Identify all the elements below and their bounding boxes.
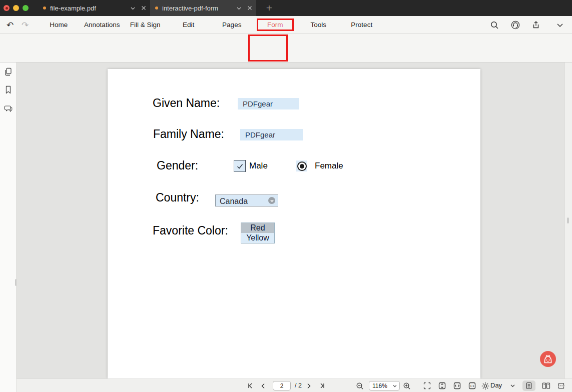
continuous-scroll-view-button[interactable]	[554, 380, 567, 391]
male-checkbox[interactable]	[234, 160, 246, 172]
female-label: Female	[315, 161, 343, 171]
fit-width-icon[interactable]	[452, 381, 462, 390]
tab-close-icon[interactable]	[139, 4, 148, 12]
page-number-input[interactable]	[273, 381, 291, 390]
page-total-label: / 2	[295, 382, 302, 389]
left-sidebar	[0, 62, 17, 392]
tab-title: interactive-pdf-form	[162, 4, 234, 12]
right-panel-strip	[564, 62, 572, 378]
menu-item-home[interactable]: Home	[37, 16, 81, 34]
theme-chevron-icon[interactable]	[507, 381, 517, 390]
support-headset-icon[interactable]	[510, 20, 521, 30]
menu-item-protect[interactable]: Protect	[340, 16, 384, 34]
svg-text:1:1: 1:1	[470, 384, 474, 388]
menu-items: Home Annotations Fill & Sign Edit Pages …	[37, 16, 383, 34]
tab-file-example[interactable]: file-example.pdf	[38, 0, 150, 16]
day-theme-sun-icon[interactable]	[480, 381, 490, 390]
zoom-in-icon[interactable]	[402, 381, 412, 390]
ai-robot-assistant-icon[interactable]	[540, 351, 556, 367]
red-highlight-box	[248, 34, 288, 62]
two-page-view-button[interactable]	[539, 380, 552, 391]
family-name-field[interactable]: PDFgear	[240, 129, 303, 140]
bookmarks-icon[interactable]	[4, 85, 13, 94]
actual-size-icon[interactable]: 1:1	[467, 381, 477, 390]
previous-page-button[interactable]	[258, 381, 268, 390]
menu-item-edit[interactable]: Edit	[167, 16, 211, 34]
menu-item-annotations[interactable]: Annotations	[81, 16, 124, 34]
menu-item-tools[interactable]: Tools	[297, 16, 340, 34]
collapse-toolbar-chevron-icon[interactable]	[554, 20, 565, 30]
title-bar: file-example.pdf interactive-pdf-form +	[0, 0, 572, 16]
document-area: Given Name: PDFgear Family Name: PDFgear…	[17, 62, 572, 378]
menu-item-form[interactable]: Form	[254, 16, 297, 34]
right-panel-resize-handle[interactable]	[567, 218, 569, 224]
new-tab-button[interactable]: +	[262, 0, 276, 16]
country-dropdown[interactable]: Canada	[215, 194, 278, 206]
female-radio[interactable]	[296, 160, 307, 172]
fit-page-icon[interactable]	[422, 381, 432, 390]
family-name-label: Family Name:	[153, 128, 224, 141]
dropdown-chevron-icon	[268, 197, 275, 204]
redo-icon[interactable]: ↷	[20, 20, 30, 30]
male-label: Male	[249, 161, 268, 171]
zoom-level-select[interactable]: 116%	[369, 381, 400, 390]
tab-title: file-example.pdf	[50, 4, 128, 12]
tab-chevron-down-icon[interactable]	[234, 4, 243, 12]
share-icon[interactable]	[530, 20, 541, 30]
search-icon[interactable]	[489, 20, 500, 30]
zoom-out-icon[interactable]	[355, 381, 365, 390]
tab-close-icon[interactable]	[245, 4, 254, 12]
radio-ring	[297, 162, 307, 171]
form-toolbar: Select Hand TI Text Field Check Box Radi…	[0, 34, 572, 62]
zoom-window-button[interactable]	[23, 5, 29, 11]
listbox-option-yellow[interactable]: Yellow	[241, 233, 274, 243]
menu-bar: ↶ ↷ Home Annotations Fill & Sign Edit Pa…	[0, 16, 572, 34]
pdf-page: Given Name: PDFgear Family Name: PDFgear…	[108, 69, 480, 378]
given-name-label: Given Name:	[153, 96, 220, 110]
undo-icon[interactable]: ↶	[5, 20, 15, 30]
tab-chevron-down-icon[interactable]	[128, 4, 137, 12]
last-page-button[interactable]	[317, 381, 327, 390]
zoom-level-value: 116%	[369, 382, 392, 390]
menu-item-fill-sign[interactable]: Fill & Sign	[124, 16, 167, 34]
favorite-color-label: Favorite Color:	[153, 224, 228, 238]
minimize-window-button[interactable]	[13, 5, 19, 11]
fit-height-icon[interactable]	[437, 381, 447, 390]
close-window-button[interactable]	[4, 5, 10, 11]
check-mark-icon	[236, 162, 244, 170]
favorite-color-listbox[interactable]: Red Yellow	[241, 222, 275, 244]
single-page-view-button[interactable]	[522, 380, 535, 391]
chevron-down-icon	[392, 384, 397, 388]
status-bar: / 2 116% 1:1	[17, 378, 572, 392]
given-name-field[interactable]: PDFgear	[238, 98, 299, 110]
menu-item-pages[interactable]: Pages	[210, 16, 254, 34]
next-page-button[interactable]	[304, 381, 314, 390]
tab-interactive-pdf-form[interactable]: interactive-pdf-form	[150, 0, 256, 16]
comments-icon[interactable]	[4, 104, 13, 113]
gender-label: Gender:	[157, 159, 198, 172]
country-label: Country:	[156, 191, 199, 204]
country-dropdown-value: Canada	[216, 196, 268, 206]
unsaved-dot-icon	[155, 6, 158, 10]
listbox-option-red[interactable]: Red	[241, 223, 274, 233]
first-page-button[interactable]	[245, 381, 255, 390]
page-thumbnails-icon[interactable]	[4, 67, 13, 76]
theme-label[interactable]: Day	[490, 382, 502, 389]
radio-dot	[300, 164, 304, 168]
unsaved-dot-icon	[43, 6, 46, 10]
